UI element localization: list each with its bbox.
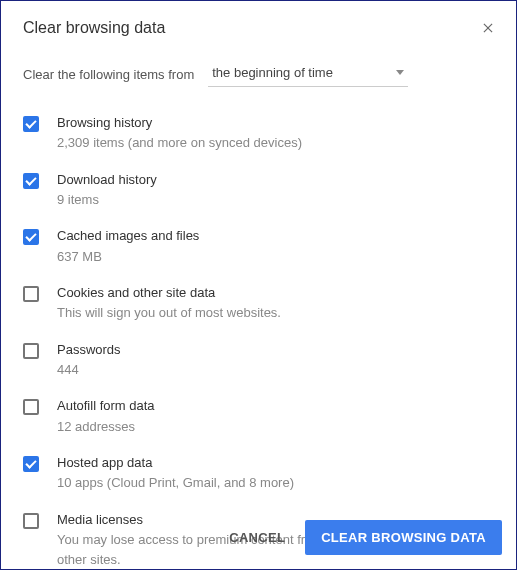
option-text: Passwords444 [57,341,500,380]
option-checkbox[interactable] [23,456,39,472]
option-subtext: 12 addresses [57,417,500,437]
option-row: Hosted app data10 apps (Cloud Print, Gma… [23,445,500,502]
clear-browsing-data-button[interactable]: CLEAR BROWSING DATA [305,520,502,555]
close-button[interactable] [480,20,496,36]
option-label: Cookies and other site data [57,284,500,302]
timeframe-selected: the beginning of time [212,65,333,80]
clear-browsing-data-dialog: Clear browsing data Clear the following … [0,0,517,570]
option-row: Browsing history2,309 items (and more on… [23,105,500,162]
dialog-header: Clear browsing data [1,1,516,45]
option-checkbox[interactable] [23,173,39,189]
option-label: Passwords [57,341,500,359]
option-subtext: 10 apps (Cloud Print, Gmail, and 8 more) [57,473,500,493]
option-text: Hosted app data10 apps (Cloud Print, Gma… [57,454,500,493]
timeframe-row: Clear the following items from the begin… [1,45,516,97]
option-checkbox[interactable] [23,229,39,245]
option-text: Browsing history2,309 items (and more on… [57,114,500,153]
option-text: Autofill form data12 addresses [57,397,500,436]
option-subtext: This will sign you out of most websites. [57,303,500,323]
option-row: Download history9 items [23,162,500,219]
option-label: Hosted app data [57,454,500,472]
dialog-title: Clear browsing data [23,19,165,37]
option-label: Download history [57,171,500,189]
option-label: Cached images and files [57,227,500,245]
option-text: Cached images and files637 MB [57,227,500,266]
option-label: Browsing history [57,114,500,132]
option-checkbox[interactable] [23,286,39,302]
option-row: Cached images and files637 MB [23,218,500,275]
options-list: Browsing history2,309 items (and more on… [1,97,516,570]
option-row: Cookies and other site dataThis will sig… [23,275,500,332]
option-checkbox[interactable] [23,513,39,529]
option-label: Autofill form data [57,397,500,415]
option-row: Autofill form data12 addresses [23,388,500,445]
cancel-button[interactable]: CANCEL [213,520,301,555]
timeframe-dropdown[interactable]: the beginning of time [208,61,408,87]
option-checkbox[interactable] [23,343,39,359]
option-checkbox[interactable] [23,116,39,132]
option-text: Cookies and other site dataThis will sig… [57,284,500,323]
close-icon [481,21,495,35]
chevron-down-icon [396,70,404,75]
option-subtext: 444 [57,360,500,380]
option-checkbox[interactable] [23,399,39,415]
timeframe-label: Clear the following items from [23,67,194,82]
option-subtext: 2,309 items (and more on synced devices) [57,133,500,153]
option-subtext: 637 MB [57,247,500,267]
option-subtext: 9 items [57,190,500,210]
option-text: Download history9 items [57,171,500,210]
dialog-footer: CANCEL CLEAR BROWSING DATA [199,506,516,569]
option-row: Passwords444 [23,332,500,389]
